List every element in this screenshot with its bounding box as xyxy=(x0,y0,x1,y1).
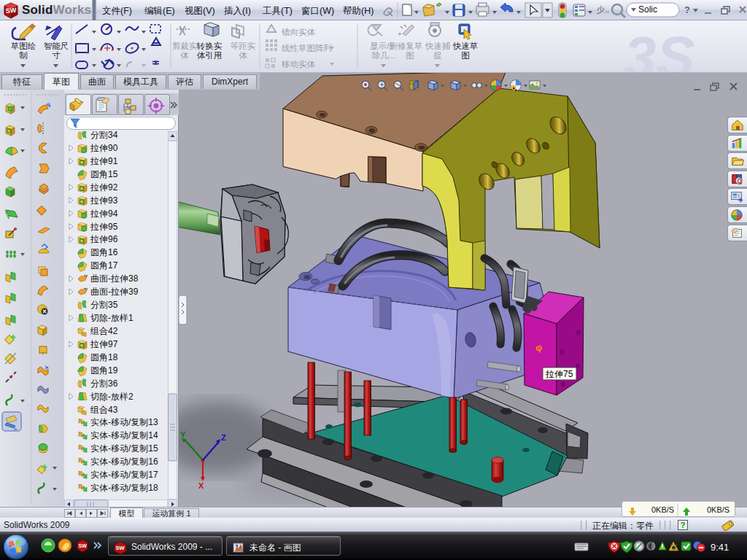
svg-text:Y: Y xyxy=(180,430,186,439)
svg-text:拉伸75: 拉伸75 xyxy=(545,369,573,379)
svg-text:分割36: 分割36 xyxy=(90,378,118,389)
svg-text:实体-移动/复制17: 实体-移动/复制17 xyxy=(90,470,158,480)
svg-text:+: + xyxy=(398,30,402,38)
svg-text:组合43: 组合43 xyxy=(90,405,118,415)
svg-text:拉伸91: 拉伸91 xyxy=(90,156,118,166)
svg-text:?: ? xyxy=(684,4,690,15)
svg-text:9:41: 9:41 xyxy=(711,542,729,553)
svg-text:实体-移动/复制18: 实体-移动/复制18 xyxy=(90,483,158,493)
svg-text:Q: Q xyxy=(738,178,742,184)
svg-text:3S: 3S xyxy=(624,25,695,72)
svg-text:组合42: 组合42 xyxy=(90,326,118,336)
svg-text:拉伸97: 拉伸97 xyxy=(90,339,118,349)
svg-text:分割35: 分割35 xyxy=(90,300,118,310)
svg-text:拉伸93: 拉伸93 xyxy=(90,195,118,206)
svg-text:0KB/S: 0KB/S xyxy=(707,505,729,514)
svg-text:圆角16: 圆角16 xyxy=(90,247,118,257)
svg-text:拉伸92: 拉伸92 xyxy=(90,182,118,192)
svg-text:圆角19: 圆角19 xyxy=(90,365,118,376)
svg-text:实体-移动/复制13: 实体-移动/复制13 xyxy=(90,417,158,427)
svg-text:曲面-拉伸39: 曲面-拉伸39 xyxy=(90,287,139,297)
svg-text:圆角15: 圆角15 xyxy=(90,169,118,179)
svg-text:SW: SW xyxy=(5,7,17,15)
svg-text:0KB/S: 0KB/S xyxy=(651,505,674,514)
svg-text:实体-移动/复制15: 实体-移动/复制15 xyxy=(90,443,158,454)
svg-text:切除-放样2: 切除-放样2 xyxy=(90,392,133,402)
svg-text:分割34: 分割34 xyxy=(90,131,118,140)
svg-text:Solic: Solic xyxy=(638,4,657,15)
svg-text:拉伸94: 拉伸94 xyxy=(90,209,118,219)
svg-text:切除-放样1: 切除-放样1 xyxy=(90,313,133,323)
svg-text:少..: 少.. xyxy=(597,5,609,14)
svg-text:圆角18: 圆角18 xyxy=(90,352,118,362)
svg-text:实体-移动/复制16: 实体-移动/复制16 xyxy=(90,456,158,467)
svg-text:拉伸90: 拉伸90 xyxy=(90,143,118,153)
svg-text:曲面-拉伸38: 曲面-拉伸38 xyxy=(90,273,139,284)
svg-text:拉伸95: 拉伸95 xyxy=(90,222,118,232)
svg-text:Z: Z xyxy=(221,433,226,442)
svg-text:圆角17: 圆角17 xyxy=(90,260,118,271)
svg-text:X: X xyxy=(198,481,204,490)
svg-text:拉伸96: 拉伸96 xyxy=(90,234,118,244)
svg-text:SW: SW xyxy=(79,543,88,548)
svg-text:SW: SW xyxy=(116,545,125,551)
svg-text:实体-移动/复制14: 实体-移动/复制14 xyxy=(90,430,158,440)
